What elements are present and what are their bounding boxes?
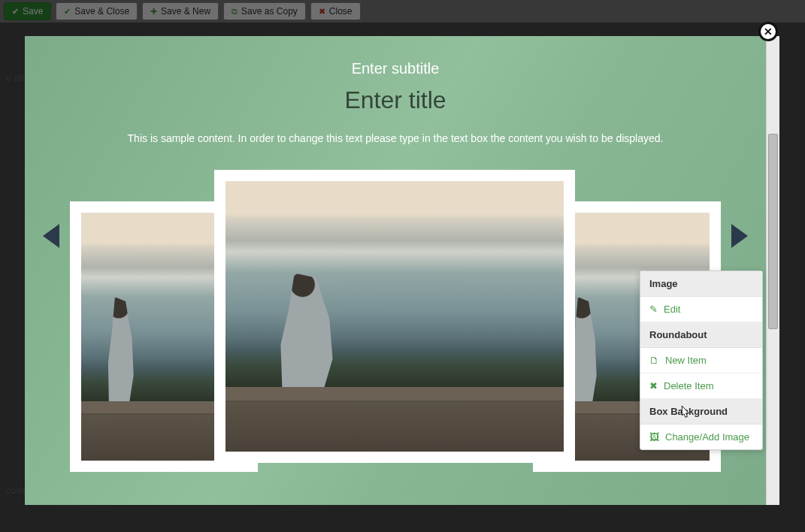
context-item-delete[interactable]: ✖ Delete Item [640,373,762,399]
context-section-image: Image [640,271,762,297]
mouse-cursor [677,404,691,421]
pencil-icon: ✎ [649,304,658,315]
modal-close-button[interactable]: ✕ [758,22,778,41]
image-icon: 🖼 [649,431,659,443]
description-text[interactable]: This is sample content. In order to chan… [47,132,743,144]
context-menu: Image ✎ Edit Roundabout 🗋 New Item ✖ Del… [640,271,763,450]
title-text[interactable]: Enter title [47,86,743,114]
context-change-image-label: Change/Add Image [665,431,749,443]
carousel-card-center[interactable] [214,170,575,463]
carousel-prev-button[interactable] [43,224,59,248]
context-section-roundabout: Roundabout [640,322,762,348]
context-edit-label: Edit [664,304,680,315]
context-new-label: New Item [665,355,707,366]
subtitle-text[interactable]: Enter subtitle [47,60,743,77]
scrollbar-thumb[interactable] [768,134,778,329]
context-item-change-image[interactable]: 🖼 Change/Add Image [640,425,762,449]
hero-section: Enter subtitle Enter title This is sampl… [25,36,766,164]
context-item-edit[interactable]: ✎ Edit [640,297,762,322]
close-icon: ✕ [764,26,773,38]
context-delete-label: Delete Item [664,380,713,391]
delete-icon: ✖ [649,380,658,391]
modal-scrollbar[interactable] [766,36,779,505]
carousel-next-button[interactable] [731,224,748,248]
carousel-image [225,181,564,452]
context-section-box-bg: Box Background [640,399,762,425]
file-icon: 🗋 [649,355,659,366]
context-item-new[interactable]: 🗋 New Item [640,348,762,373]
